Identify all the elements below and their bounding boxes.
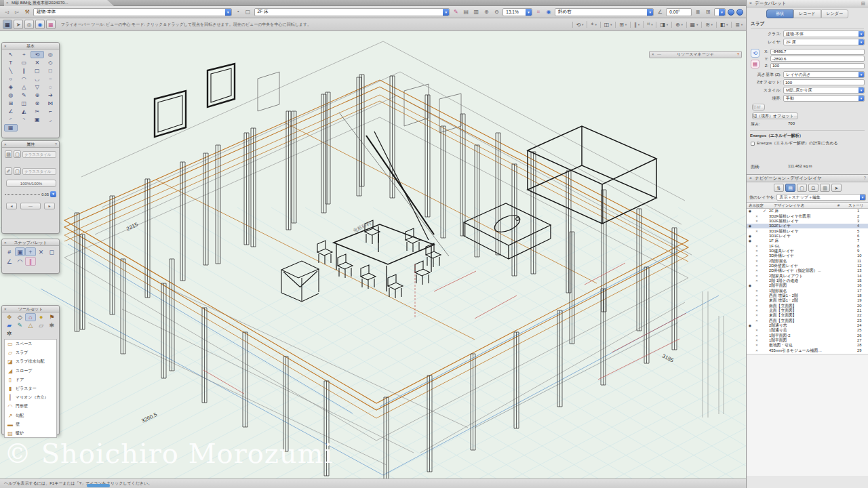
style-select[interactable]: M邸_床かり床▼ (783, 87, 865, 94)
layer-hidden-x-icon[interactable]: × (753, 214, 760, 219)
design-layer-row[interactable]: × 西面 増築1・2階 18 (747, 293, 868, 298)
navigation-mode-button[interactable]: ▤ (785, 184, 795, 192)
tool-icon[interactable]: ⊗ (31, 100, 44, 107)
toolset-tool-item[interactable]: ▬ 壁 (5, 420, 56, 429)
tool-icon[interactable]: ⌐ (44, 108, 58, 115)
design-layer-row[interactable]: ◉ 3D2Fレイヤ 4 (747, 224, 868, 228)
wireframe-drawing[interactable] (0, 31, 746, 479)
layer-hidden-x-icon[interactable]: × (753, 304, 760, 308)
design-layer-row[interactable]: ◉ 1F 床 7 (747, 239, 868, 243)
opacity-button[interactable]: 100%/100% (6, 180, 56, 187)
mode-group-button[interactable]: ≋▼ (701, 22, 713, 28)
active-layer-select[interactable]: 2F 床 ▼ (254, 8, 450, 16)
design-layer-row[interactable]: × 3D外構レイヤ 10 (747, 253, 868, 258)
minimize-icon[interactable]: — (657, 52, 661, 58)
boundary-select[interactable]: 手動▼ (783, 95, 865, 102)
coord-plane-icon[interactable]: ▦ (751, 60, 760, 68)
tool-icon[interactable]: ◇ (44, 59, 58, 66)
tab-render[interactable]: レンダー (821, 9, 848, 18)
mode-group-button[interactable]: ⊞▼ (615, 22, 627, 28)
tool-icon[interactable]: T (4, 59, 18, 66)
pen-style-icon[interactable]: ▢ (14, 167, 21, 175)
tool-icon[interactable]: ◫ (18, 100, 31, 107)
tab-shape[interactable]: 形状 (766, 9, 793, 18)
tool-icon[interactable]: ◞ (44, 116, 58, 123)
design-layer-row[interactable]: × 2D外構レイヤ（指定部図）… 13 (747, 268, 868, 273)
tool-icon[interactable]: ◌ (44, 83, 58, 91)
snap-toggle-icon[interactable]: # (4, 247, 15, 256)
layer-hidden-x-icon[interactable]: × (753, 298, 760, 303)
tool-icon[interactable]: ✂ (31, 108, 44, 115)
lineweight-select-icon[interactable]: ▼ (50, 191, 56, 197)
class-options-icon[interactable]: ◔ (234, 8, 242, 16)
mode-group-button[interactable]: ≣▼ (731, 22, 743, 28)
toolset-tool-item[interactable]: ↗ 勾配 (5, 411, 56, 420)
layer-hidden-x-icon[interactable]: × (753, 253, 760, 258)
tool-icon[interactable]: ◡ (31, 75, 44, 83)
snap-toggle-icon[interactable]: + (25, 247, 36, 256)
design-layer-row[interactable]: × 西面【立面図】 23 (747, 319, 868, 323)
close-icon[interactable]: × (749, 0, 752, 7)
toolset-category-icon[interactable]: ✎ (15, 321, 26, 329)
resource-manager-titlebar[interactable]: × — リソースマネージャ ? (649, 51, 742, 58)
tab-record[interactable]: レコード (793, 9, 821, 18)
tool-icon[interactable]: ▣ (31, 116, 44, 123)
toolset-tool-item[interactable]: ◪ スラブ排水勾配 (5, 357, 56, 366)
tool-icon[interactable]: ▦ (4, 124, 18, 131)
layer-visible-eye-icon[interactable]: ◉ (747, 209, 753, 214)
tool-icon[interactable]: ◜ (4, 116, 18, 123)
grid-toggle-icon[interactable]: ⌗ (534, 8, 542, 16)
toolset-category-icon[interactable]: ● (36, 313, 47, 321)
toolset-tool-item[interactable]: ▮ ピラスター (5, 384, 56, 393)
tool-icon[interactable]: ○ (4, 75, 18, 83)
navigation-mode-button[interactable]: ➤ (831, 184, 842, 192)
zoom-out-icon[interactable]: ⊖ (492, 8, 500, 16)
design-layer-row[interactable]: × 2D外壁図レイヤ 12 (747, 264, 868, 268)
window-grid-icon[interactable]: ⊞ (704, 8, 712, 16)
design-layer-row[interactable]: × 2階部屋名 11 (747, 258, 868, 263)
tool-icon[interactable]: ▢ (31, 67, 44, 75)
working-plane-icon[interactable]: ▦ (46, 20, 56, 29)
edge-offset-button[interactable]: 辺（境界）オフセット... (752, 113, 798, 119)
mode-group-button[interactable]: ∥▼ (630, 22, 640, 28)
layer-hidden-x-icon[interactable]: × (753, 338, 760, 343)
layer-table-header[interactable]: 表示設定 デザインレイヤ名 # ストーリ (747, 202, 868, 209)
close-icon[interactable]: × (749, 175, 752, 182)
basic-tool-palette[interactable]: × 基本 ↖ + ⟲ ◎ T ▭ ✕ ◇ ╲ ∥ ▢ □ ○ ◠ (1, 42, 60, 138)
flyover-alt-mode-icon[interactable]: ➤ (14, 20, 23, 29)
other-layers-select[interactable]: 表示＋スナップ＋編集▼ (776, 194, 866, 201)
mode-group-button[interactable]: ⊕▼ (671, 22, 684, 28)
layer-hidden-x-icon[interactable]: × (753, 289, 760, 293)
tool-icon[interactable]: ◭ (18, 108, 31, 115)
layer-hidden-x-icon[interactable]: × (753, 313, 760, 318)
toolset-tool-item[interactable]: ▯ ドア (5, 375, 56, 384)
x-field[interactable] (770, 49, 865, 55)
tool-icon[interactable]: □ (44, 67, 58, 75)
design-layer-row[interactable]: × 3D1F屋根レイヤ 5 (747, 228, 868, 233)
nav-forward-button[interactable]: ▻ (13, 8, 21, 16)
tool-icon[interactable]: ➔ (44, 92, 58, 99)
view-eye-icon[interactable]: ◉ (545, 8, 553, 16)
tool-icon[interactable]: ◈ (4, 83, 18, 91)
snap-toggle-icon[interactable]: ∥ (25, 257, 36, 266)
layer-hidden-x-icon[interactable]: × (753, 328, 760, 333)
layer-hidden-x-icon[interactable]: × (753, 219, 760, 224)
design-layer-row[interactable]: × 南面【立面図】 20 (747, 304, 868, 308)
fill-bucket-icon[interactable]: ▨ (5, 150, 12, 158)
next-view-button[interactable] (736, 9, 743, 16)
layer-hidden-x-icon[interactable]: × (753, 268, 760, 273)
help-icon[interactable]: ? (863, 175, 866, 182)
tool-icon[interactable]: ✎ (18, 92, 31, 99)
layer-visible-eye-icon[interactable]: ◉ (747, 323, 753, 328)
rotate-angle-icon[interactable]: ∠ (656, 8, 664, 16)
doc-icon[interactable]: ▤ (462, 8, 470, 16)
layer-hidden-x-icon[interactable]: × (753, 274, 760, 279)
tool-icon[interactable]: ∠ (4, 108, 18, 115)
design-layer-row[interactable]: × 2階 1階との連絡 15 (747, 279, 868, 283)
mode-group-button[interactable]: ◨▼ (656, 22, 669, 28)
y-field[interactable] (770, 56, 865, 62)
snap-toggle-icon[interactable]: ◠ (15, 257, 26, 266)
navigation-titlebar[interactable]: × ナビゲーション - デザインレイヤ ? (747, 175, 868, 182)
layer-hidden-x-icon[interactable]: × (753, 348, 760, 353)
close-icon[interactable]: × (4, 43, 7, 49)
